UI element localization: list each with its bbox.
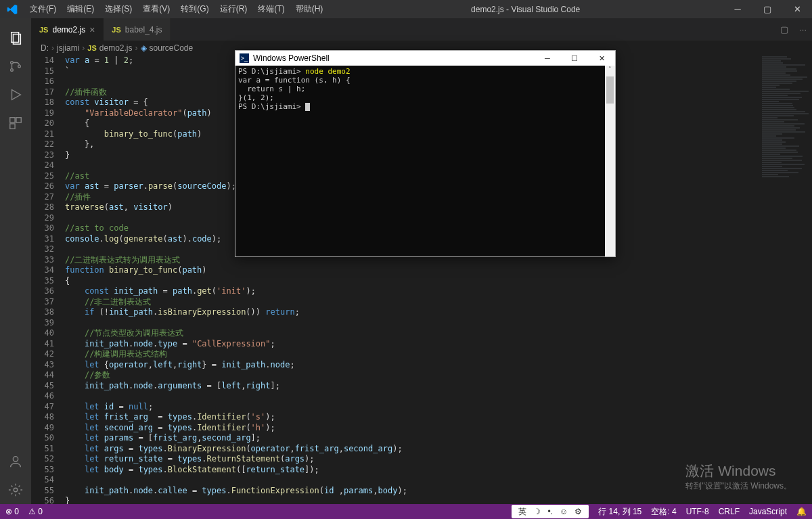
ime-lang[interactable]: 英 [518,506,526,518]
js-file-icon: JS [39,26,48,34]
svg-point-4 [18,65,21,68]
powershell-title: Windows PowerShell [253,53,330,63]
menu-item[interactable]: 转到(G) [175,1,214,18]
app-title: demo2.js - Visual Studio Code [328,5,723,14]
status-eol[interactable]: CRLF [719,507,740,516]
minimize-icon[interactable]: ─ [723,0,752,18]
run-debug-icon[interactable] [0,81,31,109]
accounts-icon[interactable] [0,447,31,476]
breadcrumb-file[interactable]: demo2.js [99,43,133,53]
line-gutter: 1415161718192021222324252627282930313233… [31,55,65,504]
powershell-scrollbar[interactable]: ˄ [605,66,615,256]
status-bell-icon[interactable]: 🔔 [796,507,807,516]
settings-gear-icon[interactable] [0,476,31,504]
maximize-icon[interactable]: ▢ [752,0,782,18]
menu-item[interactable]: 帮助(H) [290,1,329,18]
svg-rect-6 [16,118,21,122]
ime-gear-icon[interactable]: ⚙ [574,507,582,516]
breadcrumb-symbol[interactable]: sourceCode [150,43,194,53]
svg-point-2 [11,62,14,64]
menubar: 文件(F)编辑(E)选择(S)查看(V)转到(G)运行(R)终端(T)帮助(H) [24,1,328,18]
scroll-up-icon[interactable]: ˄ [605,66,615,75]
tab[interactable]: JSdemo2.js× [31,18,104,41]
svg-point-9 [14,488,18,492]
menu-item[interactable]: 终端(T) [252,1,290,18]
js-file-icon: JS [87,44,96,52]
status-warnings[interactable]: ⚠ 0 [28,507,43,516]
menu-item[interactable]: 文件(F) [24,1,62,18]
tab-close-icon[interactable]: × [89,24,95,35]
powershell-icon: >_ [240,53,249,63]
psh-close-icon[interactable]: ✕ [588,54,615,63]
ime-dots-icon[interactable]: •. [547,507,553,516]
breadcrumb-part[interactable]: jsjiami [57,43,79,53]
svg-rect-7 [10,124,15,129]
tab-label: demo2.js [52,25,85,35]
menu-item[interactable]: 编辑(E) [62,1,99,18]
ime-smile-icon[interactable]: ☺ [560,507,568,516]
status-cursor-pos[interactable]: 行 14, 列 15 [598,506,641,518]
status-language[interactable]: JavaScript [749,507,787,516]
tab-label: babel_4.js [125,25,162,35]
powershell-output[interactable]: PS D:\jsjiami> node demo2var a = functio… [235,66,615,256]
explorer-icon[interactable] [0,24,31,52]
status-indent[interactable]: 空格: 4 [651,506,676,518]
activate-windows-watermark: 激活 Windows 转到"设置"以激活 Windows。 [685,461,792,492]
minimap[interactable] [759,55,812,504]
split-editor-icon[interactable]: ▢ [780,24,788,35]
powershell-titlebar[interactable]: >_ Windows PowerShell ─ ☐ ✕ [235,51,615,66]
menu-item[interactable]: 查看(V) [137,1,175,18]
status-errors[interactable]: ⊗ 0 [5,507,19,516]
status-encoding[interactable]: UTF-8 [686,507,709,516]
extensions-icon[interactable] [0,109,31,137]
powershell-window[interactable]: >_ Windows PowerShell ─ ☐ ✕ PS D:\jsjiam… [235,50,616,257]
tab[interactable]: JSbabel_4.js [104,18,171,41]
svg-rect-5 [10,118,15,122]
titlebar: 文件(F)编辑(E)选择(S)查看(V)转到(G)运行(R)终端(T)帮助(H)… [0,0,812,18]
svg-point-3 [11,69,14,72]
vscode-logo-icon [0,4,24,15]
psh-maximize-icon[interactable]: ☐ [561,54,588,63]
source-control-icon[interactable] [0,52,31,81]
ime-panel[interactable]: 英 ☽ •. ☺ ⚙ [512,505,589,518]
svg-point-8 [13,457,18,461]
scroll-thumb[interactable] [606,76,614,104]
activity-bar [0,18,31,504]
psh-minimize-icon[interactable]: ─ [534,54,561,63]
breadcrumb-part[interactable]: D: [41,43,49,53]
window-controls: ─ ▢ ✕ [723,0,812,18]
ime-moon-icon[interactable]: ☽ [533,507,541,516]
menu-item[interactable]: 选择(S) [99,1,137,18]
tabs-bar: JSdemo2.js×JSbabel_4.js ▢ ··· [31,18,812,41]
more-actions-icon[interactable]: ··· [799,24,807,35]
status-bar: ⊗ 0 ⚠ 0 英 ☽ •. ☺ ⚙ 行 14, 列 15 空格: 4 UTF-… [0,504,812,519]
symbol-icon: ◈ [141,43,147,53]
menu-item[interactable]: 运行(R) [215,1,253,18]
close-icon[interactable]: ✕ [782,0,812,18]
js-file-icon: JS [112,26,120,34]
